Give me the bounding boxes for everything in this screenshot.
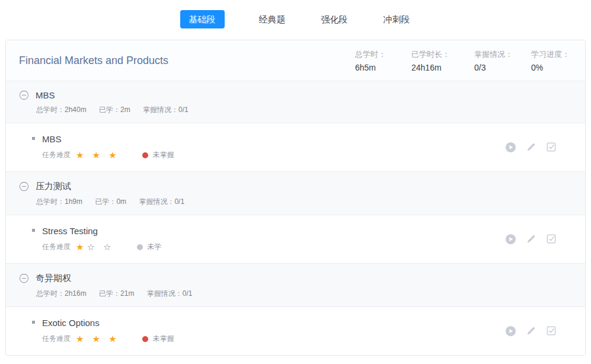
status-dot xyxy=(137,244,143,250)
collapse-icon[interactable] xyxy=(19,90,29,100)
lesson-row[interactable]: Stress Testing 任务难度 ★ ☆ ☆ 未学 xyxy=(6,215,585,264)
section-exotic-options: 奇异期权 总学时：2h16m 已学：21m 掌握情况：0/1 Exotic Op… xyxy=(6,264,585,355)
stat-studied-duration-value: 24h16m xyxy=(411,63,474,72)
play-icon[interactable] xyxy=(505,325,516,337)
lesson-actions xyxy=(505,142,557,153)
edit-icon[interactable] xyxy=(526,325,536,336)
section-header: MBS 总学时：2h40m 已学：2m 掌握情况：0/1 xyxy=(6,81,585,123)
stat-total-hours-label: 总学时： xyxy=(355,49,411,60)
bullet-icon xyxy=(32,321,35,324)
course-panel: Financial Markets and Products 总学时： 6h5m… xyxy=(5,40,586,356)
section-mastery-value: 0/1 xyxy=(183,289,193,298)
section-header: 压力测试 总学时：1h9m 已学：0m 掌握情况：0/1 xyxy=(6,172,585,215)
stat-progress-label: 学习进度： xyxy=(531,49,570,60)
mark-complete-icon[interactable] xyxy=(546,234,557,244)
lesson-info: Stress Testing 任务难度 ★ ☆ ☆ 未学 xyxy=(32,226,162,252)
stat-total-hours: 总学时： 6h5m xyxy=(355,49,411,72)
section-studied-label: 已学： xyxy=(95,197,116,206)
stat-mastery-label: 掌握情况： xyxy=(474,49,531,60)
collapse-icon[interactable] xyxy=(19,181,29,191)
edit-icon[interactable] xyxy=(526,142,536,152)
course-stage-tabs: 基础段 经典题 强化段 冲刺段 xyxy=(0,0,591,40)
status-label: 未掌握 xyxy=(153,334,174,344)
lesson-title: Stress Testing xyxy=(42,226,98,236)
mark-complete-icon[interactable] xyxy=(546,325,557,336)
section-meta: 总学时：1h9m 已学：0m 掌握情况：0/1 xyxy=(36,197,573,207)
lesson-actions xyxy=(505,325,557,337)
section-meta: 总学时：2h40m 已学：2m 掌握情况：0/1 xyxy=(36,105,573,115)
section-title: 压力测试 xyxy=(36,181,71,192)
bullet-icon xyxy=(32,229,35,232)
section-total-hours-value: 2h40m xyxy=(65,106,87,114)
lesson-info: Exotic Options 任务难度 ★ ★ ★ 未掌握 xyxy=(32,318,174,344)
difficulty-stars-filled: ★ ★ ★ xyxy=(76,151,120,159)
difficulty-label: 任务难度 xyxy=(42,334,71,344)
section-mbs: MBS 总学时：2h40m 已学：2m 掌握情况：0/1 MBS 任务难度 ★ … xyxy=(6,81,585,172)
section-studied-label: 已学： xyxy=(99,106,120,114)
tab-classic-questions[interactable]: 经典题 xyxy=(258,11,287,28)
lesson-row[interactable]: MBS 任务难度 ★ ★ ★ 未掌握 xyxy=(6,123,585,172)
section-mastery-value: 0/1 xyxy=(174,197,184,206)
stat-studied-duration: 已学时长： 24h16m xyxy=(411,49,474,72)
status-dot xyxy=(142,152,148,158)
section-title: 奇异期权 xyxy=(36,273,71,284)
collapse-icon[interactable] xyxy=(19,273,29,283)
section-title: MBS xyxy=(36,90,55,100)
stat-progress: 学习进度： 0% xyxy=(531,49,570,72)
stat-studied-duration-label: 已学时长： xyxy=(411,49,474,60)
tab-basic-stage[interactable]: 基础段 xyxy=(180,10,225,28)
section-total-hours-value: 2h16m xyxy=(65,289,87,298)
section-header: 奇异期权 总学时：2h16m 已学：21m 掌握情况：0/1 xyxy=(6,264,585,307)
section-total-hours-value: 1h9m xyxy=(65,197,82,206)
section-stress-testing: 压力测试 总学时：1h9m 已学：0m 掌握情况：0/1 Stress Test… xyxy=(6,172,585,264)
section-total-hours-label: 总学时： xyxy=(36,106,65,114)
tab-sprint-stage[interactable]: 冲刺段 xyxy=(382,11,411,28)
lesson-actions xyxy=(505,234,557,245)
section-total-hours-label: 总学时： xyxy=(36,197,65,206)
section-studied-value: 0m xyxy=(116,197,126,206)
mark-complete-icon[interactable] xyxy=(546,142,557,152)
section-studied-label: 已学： xyxy=(99,289,120,298)
stat-total-hours-value: 6h5m xyxy=(355,63,411,72)
status-label: 未掌握 xyxy=(153,150,174,160)
section-mastery-label: 掌握情况： xyxy=(143,106,178,114)
stat-progress-value: 0% xyxy=(531,63,570,72)
difficulty-label: 任务难度 xyxy=(42,242,71,252)
lesson-row[interactable]: Exotic Options 任务难度 ★ ★ ★ 未掌握 xyxy=(6,307,585,355)
lesson-title: MBS xyxy=(42,134,62,144)
section-mastery-label: 掌握情况： xyxy=(139,197,174,206)
edit-icon[interactable] xyxy=(526,234,536,244)
section-total-hours-label: 总学时： xyxy=(36,289,65,298)
play-icon[interactable] xyxy=(505,142,516,153)
status-label: 未学 xyxy=(148,242,162,252)
stat-mastery: 掌握情况： 0/3 xyxy=(474,49,531,72)
section-studied-value: 2m xyxy=(120,106,130,114)
course-panel-header: Financial Markets and Products 总学时： 6h5m… xyxy=(6,40,585,81)
section-meta: 总学时：2h16m 已学：21m 掌握情况：0/1 xyxy=(36,289,573,299)
difficulty-stars-filled: ★ ★ ★ xyxy=(76,334,120,343)
lesson-title: Exotic Options xyxy=(42,318,100,328)
lesson-info: MBS 任务难度 ★ ★ ★ 未掌握 xyxy=(32,134,174,160)
section-mastery-label: 掌握情况： xyxy=(147,289,183,298)
section-mastery-value: 0/1 xyxy=(178,106,189,114)
difficulty-stars-filled: ★ xyxy=(76,242,87,251)
play-icon[interactable] xyxy=(505,234,516,245)
status-dot xyxy=(142,336,148,342)
tab-strengthen-stage[interactable]: 强化段 xyxy=(320,11,349,28)
difficulty-stars-empty: ☆ ☆ xyxy=(87,242,114,251)
stat-mastery-value: 0/3 xyxy=(474,63,531,72)
bullet-icon xyxy=(32,137,35,140)
course-title: Financial Markets and Products xyxy=(19,55,168,67)
course-stats: 总学时： 6h5m 已学时长： 24h16m 掌握情况： 0/3 学习进度： 0… xyxy=(355,49,570,72)
difficulty-label: 任务难度 xyxy=(42,150,71,160)
section-studied-value: 21m xyxy=(120,289,134,298)
